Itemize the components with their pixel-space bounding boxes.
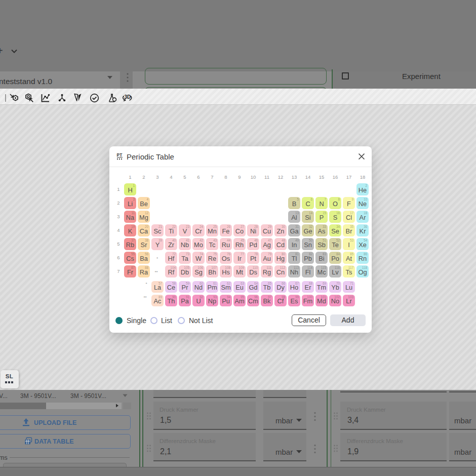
svg-text:3D: 3D	[125, 94, 131, 100]
